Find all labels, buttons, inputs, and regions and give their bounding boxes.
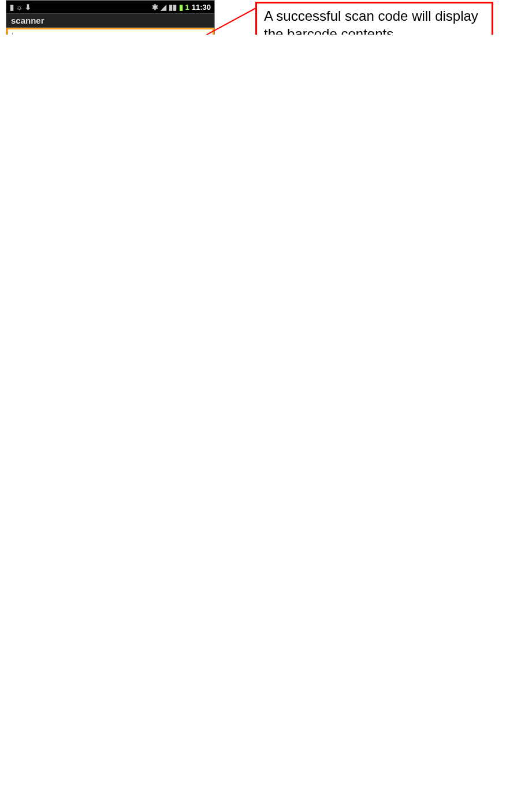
status-bar: ▮ ☼ ⬇ ✱ ◢ ▮▮ ▮ 1 11:30 [6, 1, 214, 13]
wifi-icon: ◢ [161, 3, 166, 12]
clock: 11:30 [192, 3, 211, 12]
callout-scan-result: A successful scan code will display the … [255, 2, 493, 35]
scanner-screenshot: ▮ ☼ ⬇ ✱ ◢ ▮▮ ▮ 1 11:30 scanner Reception… [6, 0, 215, 35]
scan-result-input[interactable]: Reception [6, 28, 214, 35]
signal-icon: ▮▮ [169, 3, 177, 12]
scan-result-placeholder: Reception [13, 34, 65, 35]
badge-count: 1 [185, 3, 189, 12]
app-title: scanner [6, 13, 214, 28]
bluetooth-icon: ✱ [152, 3, 158, 12]
status-left-icons: ▮ ☼ ⬇ [10, 3, 31, 12]
battery-icon: ▮ [179, 3, 183, 12]
